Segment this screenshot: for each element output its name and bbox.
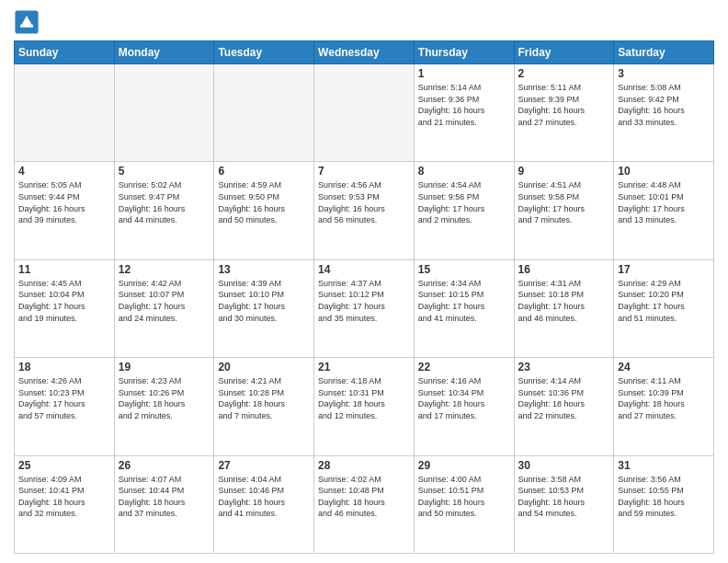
day-info: Sunrise: 3:56 AM Sunset: 10:55 PM Daylig… [618, 474, 710, 520]
calendar-cell: 26Sunrise: 4:07 AM Sunset: 10:44 PM Dayl… [114, 455, 214, 553]
calendar-cell: 3Sunrise: 5:08 AM Sunset: 9:42 PM Daylig… [614, 64, 714, 162]
calendar-cell: 16Sunrise: 4:31 AM Sunset: 10:18 PM Dayl… [514, 259, 614, 357]
calendar-cell: 4Sunrise: 5:05 AM Sunset: 9:44 PM Daylig… [15, 162, 115, 259]
day-number: 28 [318, 459, 410, 472]
day-info: Sunrise: 4:18 AM Sunset: 10:31 PM Daylig… [318, 375, 410, 421]
day-number: 21 [318, 361, 410, 373]
day-info: Sunrise: 3:58 AM Sunset: 10:53 PM Daylig… [518, 474, 610, 520]
day-info: Sunrise: 4:48 AM Sunset: 10:01 PM Daylig… [618, 179, 710, 225]
calendar-week-row: 11Sunrise: 4:45 AM Sunset: 10:04 PM Dayl… [15, 259, 714, 357]
calendar-cell: 13Sunrise: 4:39 AM Sunset: 10:10 PM Dayl… [214, 259, 314, 357]
day-info: Sunrise: 4:45 AM Sunset: 10:04 PM Daylig… [18, 278, 110, 324]
day-info: Sunrise: 4:09 AM Sunset: 10:41 PM Daylig… [18, 474, 110, 520]
logo [14, 9, 43, 35]
day-number: 11 [18, 263, 110, 276]
calendar-cell [314, 64, 415, 162]
day-number: 19 [119, 361, 210, 373]
calendar-cell [114, 64, 214, 162]
calendar-cell: 29Sunrise: 4:00 AM Sunset: 10:51 PM Dayl… [414, 455, 514, 553]
calendar-cell: 25Sunrise: 4:09 AM Sunset: 10:41 PM Dayl… [15, 455, 115, 553]
calendar-cell: 10Sunrise: 4:48 AM Sunset: 10:01 PM Dayl… [614, 162, 714, 259]
day-info: Sunrise: 4:14 AM Sunset: 10:36 PM Daylig… [518, 375, 610, 421]
day-info: Sunrise: 4:37 AM Sunset: 10:12 PM Daylig… [318, 278, 410, 324]
day-number: 26 [119, 459, 210, 472]
header [14, 9, 714, 35]
calendar-cell: 20Sunrise: 4:21 AM Sunset: 10:28 PM Dayl… [214, 358, 314, 455]
day-number: 25 [18, 459, 110, 472]
calendar-cell: 24Sunrise: 4:11 AM Sunset: 10:39 PM Dayl… [614, 358, 714, 455]
day-number: 27 [218, 459, 310, 472]
weekday-header: Saturday [614, 41, 714, 64]
calendar-cell: 31Sunrise: 3:56 AM Sunset: 10:55 PM Dayl… [614, 455, 714, 553]
day-info: Sunrise: 4:02 AM Sunset: 10:48 PM Daylig… [318, 474, 410, 520]
day-info: Sunrise: 4:00 AM Sunset: 10:51 PM Daylig… [418, 474, 510, 520]
weekday-header: Thursday [414, 41, 514, 64]
day-number: 13 [218, 263, 310, 276]
calendar-cell: 11Sunrise: 4:45 AM Sunset: 10:04 PM Dayl… [15, 259, 115, 357]
calendar: SundayMondayTuesdayWednesdayThursdayFrid… [14, 40, 714, 554]
weekday-header: Sunday [15, 41, 115, 64]
day-number: 24 [618, 361, 710, 373]
day-info: Sunrise: 5:14 AM Sunset: 9:36 PM Dayligh… [418, 82, 510, 128]
calendar-cell: 6Sunrise: 4:59 AM Sunset: 9:50 PM Daylig… [214, 162, 314, 259]
day-number: 12 [119, 263, 210, 276]
calendar-cell: 1Sunrise: 5:14 AM Sunset: 9:36 PM Daylig… [414, 64, 514, 162]
calendar-cell: 28Sunrise: 4:02 AM Sunset: 10:48 PM Dayl… [314, 455, 415, 553]
day-info: Sunrise: 4:42 AM Sunset: 10:07 PM Daylig… [119, 278, 210, 324]
day-info: Sunrise: 4:23 AM Sunset: 10:26 PM Daylig… [119, 375, 210, 421]
day-number: 8 [418, 165, 510, 178]
weekday-header: Friday [514, 41, 614, 64]
day-number: 14 [318, 263, 410, 276]
calendar-cell: 2Sunrise: 5:11 AM Sunset: 9:39 PM Daylig… [514, 64, 614, 162]
calendar-cell: 27Sunrise: 4:04 AM Sunset: 10:46 PM Dayl… [214, 455, 314, 553]
calendar-cell: 12Sunrise: 4:42 AM Sunset: 10:07 PM Dayl… [114, 259, 214, 357]
day-number: 7 [318, 165, 410, 178]
day-info: Sunrise: 4:31 AM Sunset: 10:18 PM Daylig… [518, 278, 610, 324]
calendar-week-row: 25Sunrise: 4:09 AM Sunset: 10:41 PM Dayl… [15, 455, 714, 553]
calendar-cell [214, 64, 314, 162]
day-number: 20 [218, 361, 310, 373]
day-number: 4 [18, 165, 110, 178]
day-info: Sunrise: 4:34 AM Sunset: 10:15 PM Daylig… [418, 278, 510, 324]
day-number: 23 [518, 361, 610, 373]
calendar-cell: 17Sunrise: 4:29 AM Sunset: 10:20 PM Dayl… [614, 259, 714, 357]
day-number: 18 [18, 361, 110, 373]
day-info: Sunrise: 4:26 AM Sunset: 10:23 PM Daylig… [18, 375, 110, 421]
day-info: Sunrise: 5:02 AM Sunset: 9:47 PM Dayligh… [119, 179, 210, 225]
day-number: 16 [518, 263, 610, 276]
calendar-cell: 23Sunrise: 4:14 AM Sunset: 10:36 PM Dayl… [514, 358, 614, 455]
day-info: Sunrise: 4:21 AM Sunset: 10:28 PM Daylig… [218, 375, 310, 421]
day-info: Sunrise: 5:08 AM Sunset: 9:42 PM Dayligh… [618, 82, 710, 128]
calendar-week-row: 4Sunrise: 5:05 AM Sunset: 9:44 PM Daylig… [15, 162, 714, 259]
day-info: Sunrise: 4:29 AM Sunset: 10:20 PM Daylig… [618, 278, 710, 324]
calendar-cell: 7Sunrise: 4:56 AM Sunset: 9:53 PM Daylig… [314, 162, 415, 259]
day-number: 9 [518, 165, 610, 178]
calendar-cell: 21Sunrise: 4:18 AM Sunset: 10:31 PM Dayl… [314, 358, 415, 455]
calendar-cell: 22Sunrise: 4:16 AM Sunset: 10:34 PM Dayl… [414, 358, 514, 455]
day-info: Sunrise: 5:05 AM Sunset: 9:44 PM Dayligh… [18, 179, 110, 225]
day-number: 15 [418, 263, 510, 276]
svg-rect-2 [20, 25, 33, 28]
day-number: 5 [119, 165, 210, 178]
day-number: 2 [518, 67, 610, 80]
day-number: 6 [218, 165, 310, 178]
day-number: 22 [418, 361, 510, 373]
day-number: 30 [518, 459, 610, 472]
day-info: Sunrise: 4:56 AM Sunset: 9:53 PM Dayligh… [318, 179, 410, 225]
calendar-cell: 8Sunrise: 4:54 AM Sunset: 9:56 PM Daylig… [414, 162, 514, 259]
day-number: 1 [418, 67, 510, 80]
day-number: 29 [418, 459, 510, 472]
day-number: 17 [618, 263, 710, 276]
calendar-cell: 18Sunrise: 4:26 AM Sunset: 10:23 PM Dayl… [15, 358, 115, 455]
logo-icon [14, 9, 40, 35]
page: SundayMondayTuesdayWednesdayThursdayFrid… [0, 0, 728, 563]
day-number: 10 [618, 165, 710, 178]
weekday-header-row: SundayMondayTuesdayWednesdayThursdayFrid… [15, 41, 714, 64]
day-info: Sunrise: 4:54 AM Sunset: 9:56 PM Dayligh… [418, 179, 510, 225]
weekday-header: Tuesday [214, 41, 314, 64]
day-info: Sunrise: 4:04 AM Sunset: 10:46 PM Daylig… [218, 474, 310, 520]
calendar-cell [15, 64, 115, 162]
day-info: Sunrise: 4:11 AM Sunset: 10:39 PM Daylig… [618, 375, 710, 421]
day-info: Sunrise: 4:59 AM Sunset: 9:50 PM Dayligh… [218, 179, 310, 225]
day-info: Sunrise: 4:39 AM Sunset: 10:10 PM Daylig… [218, 278, 310, 324]
